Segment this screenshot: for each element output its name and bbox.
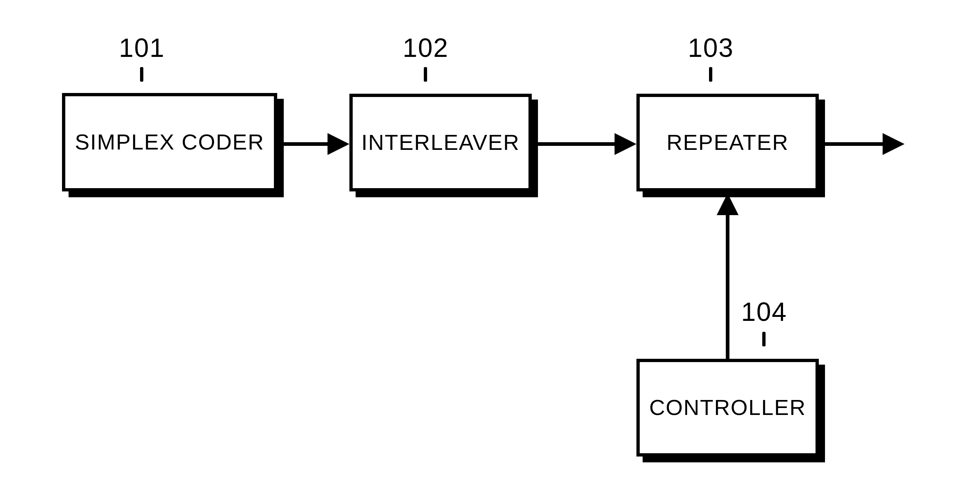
ref-104-tick	[762, 332, 765, 347]
simplex-coder-block: SIMPLEX CODER	[62, 93, 277, 191]
ref-103: 103	[688, 33, 734, 63]
repeater-label: REPEATER	[667, 132, 789, 154]
controller-label: CONTROLLER	[649, 397, 806, 418]
controller-block: CONTROLLER	[636, 359, 819, 456]
ref-101: 101	[119, 33, 165, 63]
diagram-canvas: SIMPLEX CODER 101 INTERLEAVER 102 REPEAT…	[0, 0, 980, 501]
repeater-block: REPEATER	[636, 94, 819, 191]
ref-104: 104	[741, 297, 787, 327]
ref-102: 102	[402, 33, 449, 63]
connectors	[0, 0, 980, 501]
interleaver-label: INTERLEAVER	[361, 132, 520, 154]
simplex-coder-label: SIMPLEX CODER	[75, 131, 264, 153]
interleaver-block: INTERLEAVER	[349, 94, 532, 191]
ref-102-tick	[424, 67, 427, 82]
ref-103-tick	[709, 67, 712, 82]
ref-101-tick	[140, 67, 143, 82]
